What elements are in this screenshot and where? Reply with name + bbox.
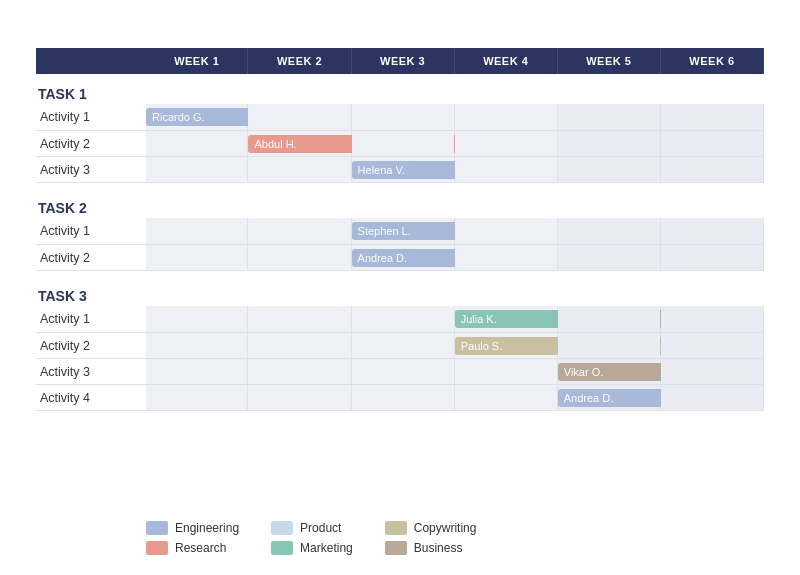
cell-task3-4-w2 [248,384,351,410]
cell-task1-2-w5 [557,130,660,156]
activity-row-task2-2: Activity 2Andrea D. [36,244,764,270]
legend-color-box [146,541,168,555]
task-row-task1: TASK 1 [36,74,764,104]
cell-task1-3-w4 [454,156,557,182]
legend-item-research: Research [146,541,239,555]
activity-label-task1-3: Activity 3 [36,156,146,182]
cell-task3-1-w2 [248,306,351,332]
cell-task1-2-w3 [351,130,454,156]
activity-row-task3-1: Activity 1Julia K. [36,306,764,332]
activity-row-task1-2: Activity 2Abdul H. [36,130,764,156]
cell-task3-3-w4 [454,358,557,384]
cell-task1-1-w3 [351,104,454,130]
cell-task2-2-w2 [248,244,351,270]
cell-task3-2-w1 [146,332,248,358]
activity-label-task2-2: Activity 2 [36,244,146,270]
header-week-5: WEEK 5 [557,48,660,74]
legend-item-product: Product [271,521,353,535]
page: WEEK 1WEEK 2WEEK 3WEEK 4WEEK 5WEEK 6 TAS… [0,0,800,575]
cell-task3-4-w3 [351,384,454,410]
cell-task1-2-w4 [454,130,557,156]
cell-task1-3-w6 [660,156,763,182]
cell-task3-3-w2 [248,358,351,384]
cell-task2-1-w2 [248,218,351,244]
cell-task1-1-w5 [557,104,660,130]
header-week-1: WEEK 1 [146,48,248,74]
cell-task3-2-w4: Paulo S. [454,332,557,358]
cell-task2-2-w3: Andrea D. [351,244,454,270]
cell-task3-4-w1 [146,384,248,410]
cell-task3-1-w6 [660,306,763,332]
cell-task3-2-w6 [660,332,763,358]
cell-task3-3-w1 [146,358,248,384]
cell-task1-2-w1 [146,130,248,156]
activity-row-task3-3: Activity 3Vikar O. [36,358,764,384]
legend: EngineeringResearchProductMarketingCopyw… [36,521,764,555]
legend-item-business: Business [385,541,477,555]
legend-item-label: Business [414,541,463,555]
header-week-2: WEEK 2 [248,48,351,74]
cell-task2-1-w5 [557,218,660,244]
cell-task2-2-w6 [660,244,763,270]
cell-task1-1-w1: Ricardo G. [146,104,248,130]
task-row-task3: TASK 3 [36,276,764,306]
cell-task3-1-w5 [557,306,660,332]
activity-row-task3-2: Activity 2Paulo S. [36,332,764,358]
activity-row-task1-1: Activity 1Ricardo G. [36,104,764,130]
legend-color-box [385,521,407,535]
activity-label-task3-1: Activity 1 [36,306,146,332]
cell-task3-3-w5: Vikar O. [557,358,660,384]
cell-task2-2-w1 [146,244,248,270]
cell-task3-4-w4 [454,384,557,410]
cell-task2-1-w3: Stephen L. [351,218,454,244]
cell-task3-4-w5: Andrea D. [557,384,660,410]
header-label-col [36,48,146,74]
legend-color-box [271,521,293,535]
activity-label-task3-2: Activity 2 [36,332,146,358]
header-week-6: WEEK 6 [660,48,763,74]
cell-task1-3-w3: Helena V. [351,156,454,182]
legend-color-box [385,541,407,555]
activity-label-task1-2: Activity 2 [36,130,146,156]
activity-row-task3-4: Activity 4Andrea D. [36,384,764,410]
header-week-3: WEEK 3 [351,48,454,74]
cell-task2-2-w4 [454,244,557,270]
cell-task1-3-w2 [248,156,351,182]
activity-label-task3-4: Activity 4 [36,384,146,410]
gantt-chart: WEEK 1WEEK 2WEEK 3WEEK 4WEEK 5WEEK 6 TAS… [36,48,764,509]
cell-task3-1-w1 [146,306,248,332]
activity-label-task2-1: Activity 1 [36,218,146,244]
activity-row-task1-3: Activity 3Helena V. [36,156,764,182]
cell-task3-2-w5 [557,332,660,358]
cell-task3-3-w6 [660,358,763,384]
legend-item-marketing: Marketing [271,541,353,555]
cell-task1-2-w2: Abdul H. [248,130,351,156]
header-week-4: WEEK 4 [454,48,557,74]
cell-task3-3-w3 [351,358,454,384]
cell-task1-2-w6 [660,130,763,156]
legend-color-box [146,521,168,535]
cell-task1-1-w4 [454,104,557,130]
legend-color-box [271,541,293,555]
cell-task3-1-w3 [351,306,454,332]
activity-label-task1-1: Activity 1 [36,104,146,130]
cell-task2-1-w1 [146,218,248,244]
cell-task1-3-w5 [557,156,660,182]
legend-item-label: Research [175,541,226,555]
cell-task2-2-w5 [557,244,660,270]
cell-task2-1-w4 [454,218,557,244]
header [36,28,764,32]
legend-item-label: Marketing [300,541,353,555]
legend-item-label: Product [300,521,341,535]
cell-task3-2-w3 [351,332,454,358]
activity-row-task2-1: Activity 1Stephen L. [36,218,764,244]
legend-item-label: Engineering [175,521,239,535]
cell-task1-3-w1 [146,156,248,182]
legend-item-copywriting: Copywriting [385,521,477,535]
cell-task3-1-w4: Julia K. [454,306,557,332]
task-row-task2: TASK 2 [36,188,764,218]
cell-task3-4-w6 [660,384,763,410]
cell-task1-1-w2 [248,104,351,130]
legend-item-engineering: Engineering [146,521,239,535]
activity-label-task3-3: Activity 3 [36,358,146,384]
